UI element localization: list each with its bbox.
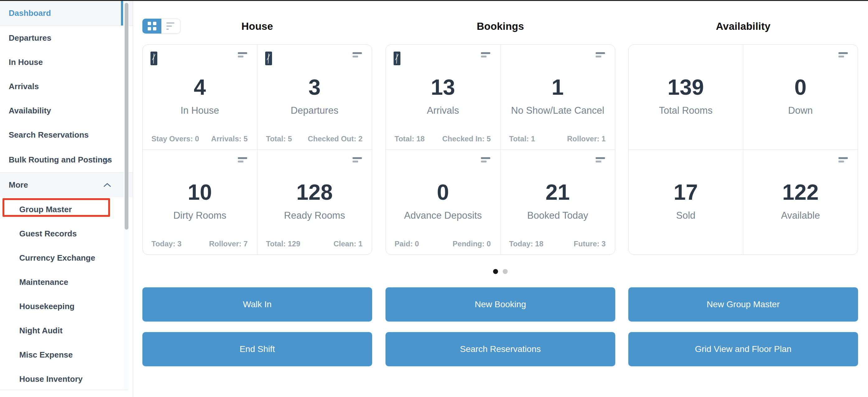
stat-label: Departures [291,105,338,116]
stat-sub-left: Stay Overs: 0 [151,134,199,143]
card-menu-icon[interactable] [838,157,848,162]
stat-card-arrivals[interactable]: 13 Arrivals Total: 18 Checked In: 5 [386,45,500,150]
sidebar-item-label: Maintenance [19,277,68,287]
button-label: End Shift [240,344,275,354]
card-menu-icon[interactable] [238,52,247,58]
stat-card-ready-rooms[interactable]: 128 Ready Rooms Total: 129 Clean: 1 [257,150,372,255]
sidebar-item-label: Housekeeping [19,302,74,311]
sidebar-item-house-inventory[interactable]: House Inventory [0,367,133,391]
stat-card-dirty-rooms[interactable]: 10 Dirty Rooms Today: 3 Rollover: 7 [143,150,257,255]
sidebar-item-label: Availability [9,106,51,115]
sidebar-item-departures[interactable]: Departures [0,26,133,50]
section-title-availability: Availability [628,21,858,32]
stat-sub-right: Arrivals: 5 [211,134,247,143]
sidebar-item-group-master[interactable]: Group Master [0,197,133,222]
card-menu-icon[interactable] [596,157,605,162]
stat-sub-left: Total: 18 [395,134,425,143]
sidebar-item-in-house[interactable]: In House [0,50,133,74]
sidebar-item-night-audit[interactable]: Night Audit [0,319,133,343]
stat-value: 139 [668,76,704,98]
sidebar-item-dashboard[interactable]: Dashboard [0,1,133,26]
sidebar-item-label: Guest Records [19,229,77,239]
stat-sub-left: Total: 5 [266,134,292,143]
sidebar-item-label: More [9,180,28,190]
dashboard-page: Dashboard Departures In House Arrivals A… [0,0,868,397]
sidebar-item-search-reservations[interactable]: Search Reservations [0,123,133,147]
stat-value: 3 [308,76,320,98]
chevron-up-icon [103,183,111,188]
button-label: New Booking [475,299,526,309]
button-label: Walk In [243,299,271,309]
sidebar-item-availability[interactable]: Availability [0,98,133,123]
grid-view-floor-plan-button[interactable]: Grid View and Floor Plan [628,332,858,366]
stat-sub-right: Checked Out: 2 [308,134,363,143]
stat-card-sold[interactable]: 17 Sold [629,150,743,255]
stat-card-booked-today[interactable]: 21 Booked Today Today: 18 Future: 3 [500,150,615,255]
pagination-dot[interactable] [503,269,508,274]
report-badge-icon [151,52,157,65]
search-reservations-button[interactable]: Search Reservations [385,332,615,366]
stat-value: 128 [296,181,333,203]
stat-label: In House [181,105,219,116]
stat-sub-right: Checked In: 5 [442,134,491,143]
report-badge-icon [265,52,272,65]
sidebar-item-label: Currency Exchange [19,253,95,263]
card-menu-icon[interactable] [481,157,490,162]
sidebar-item-housekeeping[interactable]: Housekeeping [0,294,133,319]
chevron-down-icon [103,157,111,162]
stat-sub-left: Paid: 0 [395,239,419,248]
stat-card-in-house[interactable]: 4 In House Stay Overs: 0 Arrivals: 5 [143,45,257,150]
sidebar-item-more[interactable]: More [0,172,133,197]
sidebar-scrollbar-thumb[interactable] [125,3,128,230]
stat-sub-left: Today: 3 [151,239,182,248]
stat-value: 1 [552,76,564,98]
stat-card-no-show-late-cancel[interactable]: 1 No Show/Late Cancel Total: 1 Rollover:… [500,45,615,150]
card-menu-icon[interactable] [481,52,490,58]
stat-card-advance-deposits[interactable]: 0 Advance Deposits Paid: 0 Pending: 0 [386,150,500,255]
card-menu-icon[interactable] [838,52,848,58]
stat-card-down[interactable]: 0 Down [743,45,858,150]
card-menu-icon[interactable] [596,52,605,58]
sidebar-item-label: Night Audit [19,326,62,335]
stat-label: Down [788,105,813,116]
button-label: New Group Master [707,299,780,309]
stat-card-total-rooms[interactable]: 139 Total Rooms [629,45,743,150]
stat-value: 122 [782,181,818,203]
button-label: Grid View and Floor Plan [695,344,792,354]
card-menu-icon[interactable] [238,157,247,162]
new-group-master-button[interactable]: New Group Master [628,287,858,322]
sidebar-item-misc-expense[interactable]: Misc Expense [0,343,133,367]
stat-card-available[interactable]: 122 Available [743,150,858,255]
card-menu-icon[interactable] [352,52,362,58]
availability-panel: 139 Total Rooms 0 Down 17 Sold 122 Avail… [628,44,858,255]
sidebar-item-label: Arrivals [9,82,39,91]
sidebar-item-currency-exchange[interactable]: Currency Exchange [0,246,133,270]
stat-label: Advance Deposits [404,210,482,221]
stat-label: No Show/Late Cancel [511,105,604,116]
stat-sub-right: Future: 3 [574,239,606,248]
stat-card-departures[interactable]: 3 Departures Total: 5 Checked Out: 2 [257,45,372,150]
stat-sub-right: Rollover: 7 [209,239,247,248]
sidebar-item-maintenance[interactable]: Maintenance [0,270,133,294]
stat-sub-right: Clean: 1 [334,239,363,248]
sidebar-item-label: Search Reservations [9,130,89,140]
stat-value: 0 [437,181,449,203]
stat-value: 4 [194,76,206,98]
stat-label: Booked Today [527,210,588,221]
stat-value: 21 [546,181,570,203]
sidebar-item-label: Group Master [19,205,72,214]
sidebar: Dashboard Departures In House Arrivals A… [0,1,133,397]
sidebar-item-label: House Inventory [19,374,83,384]
sidebar-item-arrivals[interactable]: Arrivals [0,74,133,98]
pagination-dot-active[interactable] [493,269,498,274]
stat-sub-right: Pending: 0 [453,239,491,248]
sidebar-item-guest-records[interactable]: Guest Records [0,222,133,246]
stat-value: 0 [794,76,806,98]
sidebar-item-label: In House [9,58,43,67]
walk-in-button[interactable]: Walk In [143,287,372,322]
card-menu-icon[interactable] [352,157,362,162]
end-shift-button[interactable]: End Shift [143,332,372,366]
sidebar-item-bulk-routing-and-postings[interactable]: Bulk Routing and Postings [0,147,133,172]
new-booking-button[interactable]: New Booking [385,287,615,322]
stat-label: Sold [676,210,695,221]
